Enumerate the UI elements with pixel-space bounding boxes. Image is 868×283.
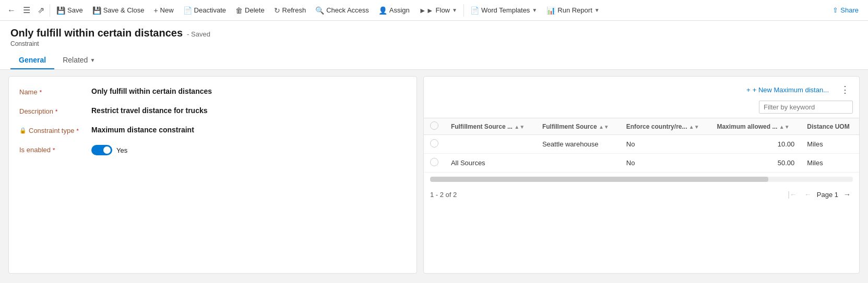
row-1-checkbox[interactable] <box>430 139 438 147</box>
is-enabled-toggle-container: Yes <box>91 145 127 155</box>
data-panel-header: + + New Maximum distan... ⋮ <box>424 83 859 101</box>
constraint-type-required-star: * <box>76 128 78 134</box>
flow-icon: ►► <box>419 6 434 15</box>
refresh-button[interactable]: ↻ Refresh <box>270 4 311 17</box>
new-maximum-distance-button[interactable]: + + New Maximum distan... <box>742 84 833 96</box>
check-access-button[interactable]: 🔍 Check Access <box>311 4 373 17</box>
sort-icon-2: ▲▼ <box>689 124 699 130</box>
data-table: Fulfillment Source ... ▲▼ Fulfillment So… <box>424 118 859 173</box>
col-header-maximum-allowed[interactable]: Maximum allowed ... ▲▼ <box>710 118 801 135</box>
share-button[interactable]: ⇧ Share <box>827 4 864 16</box>
separator-1 <box>50 4 50 17</box>
page-label: Page 1 <box>817 191 838 199</box>
more-options-icon: ⋮ <box>840 84 850 95</box>
description-value[interactable]: Restrict travel distance for trucks <box>91 106 406 115</box>
saved-status: - Saved <box>187 30 210 38</box>
horizontal-scrollbar[interactable] <box>430 177 853 182</box>
is-enabled-row: Is enabled * Yes <box>19 145 406 155</box>
flow-button[interactable]: ►► Flow ▼ <box>415 4 461 17</box>
more-options-button[interactable]: ⋮ <box>837 83 853 96</box>
name-required-star: * <box>40 89 42 95</box>
page-title: Only fulfill within certain distances <box>10 27 183 39</box>
word-templates-icon: 📄 <box>470 6 479 15</box>
row-2-enforce-country: No <box>620 154 711 173</box>
constraint-type-row: 🔒 Constraint type * Maximum distance con… <box>19 126 406 134</box>
row-1-enforce-country: No <box>620 135 711 154</box>
description-required-star: * <box>55 108 57 115</box>
save-close-icon: 💾 <box>92 6 101 15</box>
name-value[interactable]: Only fulfill within certain distances <box>91 87 406 95</box>
tab-related[interactable]: Related ▼ <box>54 52 103 69</box>
run-report-button[interactable]: 📊 Run Report ▼ <box>542 4 603 17</box>
toggle-thumb <box>103 146 111 154</box>
toggle-track <box>91 145 112 155</box>
row-1-maximum-allowed: 10.00 <box>710 135 801 154</box>
list-view-button[interactable]: ☰ <box>20 3 33 17</box>
row-1-checkbox-cell <box>424 135 445 154</box>
filter-input[interactable] <box>759 101 853 114</box>
sort-icon-0: ▲▼ <box>514 124 525 130</box>
row-2-maximum-allowed: 50.00 <box>710 154 801 173</box>
row-1-fulfillment-source[interactable]: Seattle warehouse <box>536 135 620 154</box>
constraint-type-value[interactable]: Maximum distance constraint <box>91 126 406 134</box>
table-row: All Sources No 50.00 Miles <box>424 154 859 173</box>
table-row: Seattle warehouse No 10.00 Miles <box>424 135 859 154</box>
pagination: 1 - 2 of 2 |← ← Page 1 → <box>424 186 859 203</box>
check-access-icon: 🔍 <box>315 6 324 15</box>
lock-icon: 🔒 <box>19 127 27 134</box>
assign-button[interactable]: 👤 Assign <box>374 4 414 17</box>
page-subtitle: Constraint <box>10 40 858 47</box>
select-all-checkbox[interactable] <box>430 121 438 130</box>
share-icon: ⇧ <box>833 6 838 14</box>
row-2-checkbox[interactable] <box>430 158 438 166</box>
description-label: Description * <box>19 106 87 115</box>
delete-icon: 🗑 <box>235 6 243 15</box>
assign-icon: 👤 <box>378 6 387 15</box>
row-2-checkbox-cell <box>424 154 445 173</box>
popup-button[interactable]: ⇗ <box>34 3 47 17</box>
next-page-button[interactable]: → <box>841 189 853 200</box>
tab-bar: General Related ▼ <box>10 52 858 69</box>
run-report-chevron-icon: ▼ <box>594 7 600 13</box>
deactivate-button[interactable]: 📄 Deactivate <box>179 4 230 17</box>
prev-page-button[interactable]: ← <box>802 189 814 200</box>
new-maximum-distance-icon: + <box>746 86 751 94</box>
word-templates-button[interactable]: 📄 Word Templates ▼ <box>466 4 541 17</box>
run-report-icon: 📊 <box>546 6 555 15</box>
description-row: Description * Restrict travel distance f… <box>19 106 406 115</box>
flow-chevron-icon: ▼ <box>452 7 457 13</box>
save-close-button[interactable]: 💾 Save & Close <box>88 4 149 17</box>
col-header-fulfillment-source-name[interactable]: Fulfillment Source ... ▲▼ <box>445 118 536 135</box>
row-1-distance-uom: Miles <box>801 135 859 154</box>
sort-icon-3: ▲▼ <box>779 124 790 130</box>
new-icon: + <box>153 6 158 15</box>
pagination-controls: |← ← Page 1 → <box>786 189 853 200</box>
new-button[interactable]: + New <box>149 4 177 17</box>
row-2-fulfillment-source-name[interactable]: All Sources <box>445 154 536 173</box>
filter-row <box>424 101 859 118</box>
toolbar: ← ☰ ⇗ 💾 Save 💾 Save & Close + New 📄 Deac… <box>0 0 868 21</box>
first-page-button[interactable]: |← <box>786 189 799 200</box>
form-panel: Name * Only fulfill within certain dista… <box>8 76 417 274</box>
save-icon: 💾 <box>56 6 65 15</box>
related-chevron-icon: ▼ <box>90 57 95 63</box>
sort-icon-1: ▲▼ <box>599 124 609 130</box>
word-templates-chevron-icon: ▼ <box>532 7 537 13</box>
delete-button[interactable]: 🗑 Delete <box>231 4 269 17</box>
deactivate-icon: 📄 <box>183 6 192 15</box>
is-enabled-text: Yes <box>116 146 127 154</box>
pagination-info: 1 - 2 of 2 <box>430 191 457 199</box>
col-header-distance-uom: Distance UOM <box>801 118 859 135</box>
is-enabled-label: Is enabled * <box>19 145 87 154</box>
separator-2 <box>463 4 464 17</box>
tab-general[interactable]: General <box>10 52 54 69</box>
save-button[interactable]: 💾 Save <box>52 4 87 17</box>
col-header-enforce-country[interactable]: Enforce country/re... ▲▼ <box>620 118 711 135</box>
row-1-fulfillment-source-name <box>445 135 536 154</box>
back-button[interactable]: ← <box>4 4 19 17</box>
scrollbar-thumb <box>430 177 768 182</box>
table-header-row: Fulfillment Source ... ▲▼ Fulfillment So… <box>424 118 859 135</box>
is-enabled-toggle[interactable] <box>91 145 112 155</box>
col-header-fulfillment-source[interactable]: Fulfillment Source ▲▼ <box>536 118 620 135</box>
refresh-icon: ↻ <box>274 6 280 15</box>
